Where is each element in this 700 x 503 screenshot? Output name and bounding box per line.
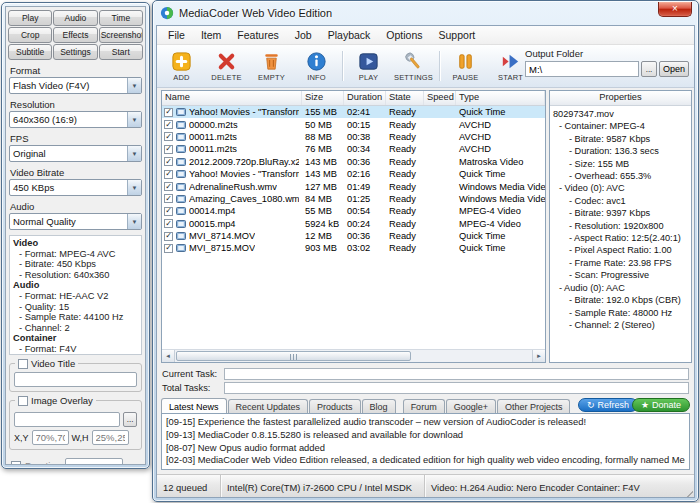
column-header-type[interactable]: Type [456,91,545,105]
panel-button-crop[interactable]: Crop [8,27,52,43]
panel-button-start[interactable]: Start [99,44,143,60]
empty-button[interactable]: EMPTY [249,46,294,86]
menu-item[interactable]: Item [193,27,229,43]
table-row[interactable]: ✓Yahoo! Movies - "Transformers: ...143 M… [162,168,545,180]
row-checkbox[interactable]: ✓ [164,194,173,203]
video-title-checkbox[interactable] [18,359,28,369]
delete-button[interactable]: DELETE [204,46,249,86]
duration-checkbox[interactable] [11,461,21,466]
panel-button-subtitle[interactable]: Subtitle [8,44,52,60]
table-row[interactable]: ✓MVI_8714.MOV12 MB00:36ReadyQuick Time [162,230,545,242]
table-row[interactable]: ✓00014.mp455 MB00:54ReadyMPEG-4 Video [162,205,545,217]
column-header-speed[interactable]: Speed [424,91,456,105]
tab-forum[interactable]: Forum [403,399,445,413]
tab-products[interactable]: Products [309,399,361,413]
table-row[interactable]: ✓00015.mp45924 kB00:24ReadyMPEG-4 Video [162,218,545,230]
image-overlay-checkbox[interactable] [18,396,28,406]
add-button[interactable]: ADD [159,46,204,86]
output-open-button[interactable]: Open [659,61,689,77]
cell-name: ✓AdrenalineRush.wmv [162,182,302,192]
column-header-name[interactable]: Name [162,91,302,105]
cell-name: ✓00015.mp4 [162,219,302,229]
panel-button-audio[interactable]: Audio [53,10,97,26]
window-title: MediaCoder Web Video Edition [179,7,332,19]
duration-input[interactable] [65,458,123,465]
film-icon [176,182,186,192]
panel-button-play[interactable]: Play [8,10,52,26]
cell-duration: 00:38 [344,132,386,142]
close-button[interactable]: × [658,2,692,17]
settings-button[interactable]: SETTINGS [391,46,436,86]
resolution-dropdown[interactable]: 640x360 (16:9)▼ [9,111,142,128]
tab-google[interactable]: Google+ [446,399,496,413]
table-row[interactable]: ✓00011.m2ts76 MB00:34ReadyAVCHD [162,143,545,155]
summary-line: Video [13,238,138,249]
pause-button[interactable]: PAUSE [443,46,488,86]
tab-blog[interactable]: Blog [362,399,396,413]
summary-line: - Sample Rate: 44100 Hz [13,312,138,323]
scroll-left-icon[interactable]: ◄ [162,350,175,362]
row-checkbox[interactable]: ✓ [164,232,173,241]
table-row[interactable]: ✓00000.m2ts50 MB00:15ReadyAVCHD [162,118,545,130]
row-checkbox[interactable]: ✓ [164,219,173,228]
fps-dropdown[interactable]: Original▼ [9,145,142,162]
menu-support[interactable]: Support [431,27,484,43]
refresh-button[interactable]: ↻ Refresh [578,398,638,412]
scrollbar-track[interactable] [175,350,532,362]
menu-features[interactable]: Features [229,27,286,43]
titlebar[interactable]: MediaCoder Web Video Edition × [153,1,698,24]
format-dropdown[interactable]: Flash Video (F4V)▼ [9,77,142,94]
donate-button[interactable]: ★ Donate [632,398,690,412]
column-header-size[interactable]: Size [302,91,344,105]
video-title-input[interactable] [14,372,137,387]
row-checkbox[interactable]: ✓ [164,120,173,129]
panel-button-effects[interactable]: Effects [53,27,97,43]
cell-name: ✓MVI_8714.MOV [162,231,302,241]
video-bitrate-dropdown[interactable]: 450 KBps▼ [9,179,142,196]
summary-line: - Resolution: 640x360 [13,270,138,281]
horizontal-scrollbar[interactable]: ◄ ► [162,349,545,362]
table-row[interactable]: ✓2012.2009.720p.BluRay.x264.DT...143 MB0… [162,156,545,168]
cell-size: 12 MB [302,231,344,241]
play-button[interactable]: PLAY [346,46,391,86]
panel-button-time[interactable]: Time [99,10,143,26]
overlay-file-input[interactable] [14,412,120,427]
tab-latest-news[interactable]: Latest News [161,398,227,413]
table-row[interactable]: ✓Yahoo! Movies - "Transformers: R...155 … [162,106,545,118]
row-checkbox[interactable]: ✓ [164,207,173,216]
table-row[interactable]: ✓00011.m2ts88 MB00:38ReadyAVCHD [162,131,545,143]
tab-other-projects[interactable]: Other Projects [497,399,571,413]
overlay-xy-input[interactable] [32,430,69,445]
row-checkbox[interactable]: ✓ [164,132,173,141]
cell-duration: 01:49 [344,182,386,192]
row-checkbox[interactable]: ✓ [164,244,173,253]
row-checkbox[interactable]: ✓ [164,182,173,191]
menu-playback[interactable]: Playback [320,27,379,43]
menu-options[interactable]: Options [378,27,430,43]
info-button[interactable]: INFO [294,46,339,86]
row-checkbox[interactable]: ✓ [164,170,173,179]
output-browse-button[interactable]: ... [641,61,657,77]
row-checkbox[interactable]: ✓ [164,157,173,166]
overlay-file-row: ... [14,412,137,427]
panel-button-screenshot[interactable]: Screenshot [99,27,143,43]
table-row[interactable]: ✓MVI_8715.MOV903 MB03:02ReadyQuick Time [162,242,545,254]
row-checkbox[interactable]: ✓ [164,108,173,117]
panel-button-settings[interactable]: Settings [53,44,97,60]
file-type-icon [176,132,186,142]
scrollbar-thumb[interactable] [176,351,411,361]
properties-line: - Aspect Ratio: 12:5(2.40:1) [553,232,688,244]
scroll-right-icon[interactable]: ► [532,350,545,362]
column-header-state[interactable]: State [386,91,424,105]
table-row[interactable]: ✓AdrenalineRush.wmv127 MB01:49ReadyWindo… [162,180,545,192]
menu-file[interactable]: File [160,27,193,43]
audio-dropdown[interactable]: Normal Quality▼ [9,213,142,230]
table-row[interactable]: ✓Amazing_Caves_1080.wmv84 MB01:25ReadyWi… [162,193,545,205]
overlay-browse-button[interactable]: ... [123,412,137,427]
column-header-duration[interactable]: Duration [344,91,386,105]
menu-job[interactable]: Job [287,27,320,43]
overlay-wh-input[interactable] [92,430,129,445]
row-checkbox[interactable]: ✓ [164,145,173,154]
tab-recent-updates[interactable]: Recent Updates [228,399,309,413]
output-folder-input[interactable] [525,61,639,77]
